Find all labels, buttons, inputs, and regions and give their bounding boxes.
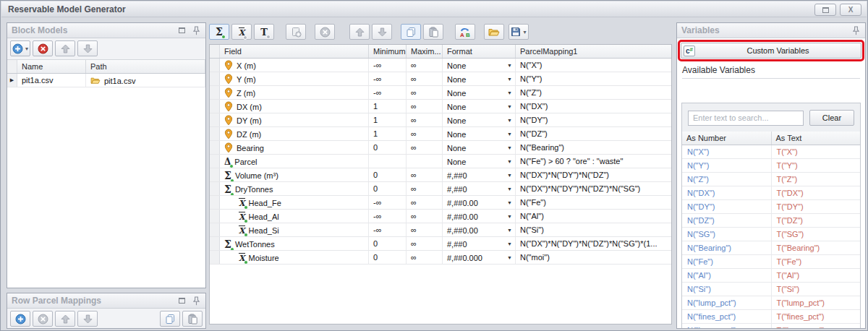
close-button[interactable]: X [840, 4, 861, 16]
arrow-up-button[interactable] [349, 24, 370, 40]
delete-gray-button[interactable] [33, 311, 53, 327]
cell-as-number[interactable]: N("Si") [682, 283, 772, 296]
cell-format-dropdown[interactable]: None▼ [443, 127, 516, 140]
column-header-format[interactable]: Format [443, 45, 516, 58]
cell-as-text[interactable]: T("SG") [772, 228, 861, 241]
arrow-down-button[interactable] [77, 311, 98, 327]
delete-red-button[interactable] [33, 40, 53, 56]
cell-as-text[interactable]: T("fines_pct") [772, 310, 861, 323]
variable-row[interactable]: N("X")T("X") [682, 145, 860, 159]
copy-button[interactable] [401, 24, 421, 40]
cell-as-number[interactable]: N("Y") [682, 159, 772, 172]
cell-as-number[interactable]: N("fines_pct") [682, 310, 772, 323]
cell-as-text[interactable]: T("Z") [772, 173, 861, 186]
column-header-path[interactable]: Path [86, 60, 205, 73]
clear-button[interactable]: Clear [809, 110, 854, 126]
custom-variables-button[interactable]: c# Custom Variables [681, 43, 861, 59]
cell-as-text[interactable]: T("Si") [772, 283, 861, 296]
field-row[interactable]: XHead_Al-∞∞#,##0.00▼N("Al") [210, 210, 671, 223]
variable-row[interactable]: N("DX")T("DX") [682, 186, 860, 200]
field-row[interactable]: ΣWetTonnes0∞#,##0▼N("DX")*N("DY")*N("DZ"… [210, 237, 671, 251]
variable-row[interactable]: N("Al")T("Al") [682, 269, 860, 283]
field-row[interactable]: ΣVolume (m³)0∞#,##0▼N("DX")*N("DY")*N("D… [210, 168, 671, 182]
duplicate-page-button[interactable] [286, 24, 306, 40]
cell-as-number[interactable]: N("DX") [682, 186, 772, 199]
variable-row[interactable]: N("Fe")T("Fe") [682, 255, 860, 269]
cell-as-text[interactable]: T("Fe") [772, 255, 861, 268]
cell-as-text[interactable]: T("Y") [772, 159, 861, 172]
cell-as-text[interactable]: T("DX") [772, 186, 861, 199]
table-row[interactable]: ▶pit1a.csvpit1a.csv [7, 74, 205, 87]
add-circle-button[interactable] [10, 311, 30, 327]
cell-format-dropdown[interactable]: #,##0.00▼ [443, 196, 516, 209]
cell-as-text[interactable]: T("DZ") [772, 214, 861, 227]
delete-gray-button[interactable] [315, 24, 335, 40]
add-sigma-button[interactable]: Σ [209, 24, 229, 40]
variable-row[interactable]: N("SG")T("SG") [682, 228, 860, 241]
add-circle-button[interactable]: ▾ [10, 40, 30, 56]
open-folder-button[interactable] [484, 24, 504, 40]
column-header-minimum[interactable]: Minimum [369, 45, 407, 58]
paste-button[interactable] [182, 311, 203, 327]
cell-format-dropdown[interactable]: None▼ [443, 59, 516, 72]
cell-format-dropdown[interactable]: None▼ [443, 72, 516, 85]
search-input[interactable] [688, 111, 804, 126]
field-row[interactable]: X (m)-∞∞None▼N("X") [210, 59, 671, 72]
column-header-as-text[interactable]: As Text [772, 132, 861, 145]
cell-as-number[interactable]: N("X") [682, 145, 772, 158]
cell-as-number[interactable]: N("DY") [682, 200, 772, 213]
variable-row[interactable]: N("Z")T("Z") [682, 173, 860, 186]
cell-format-dropdown[interactable]: None▼ [443, 86, 516, 99]
column-header-as-number[interactable]: As Number [682, 132, 772, 145]
cell-as-number[interactable]: N("Fe") [682, 255, 772, 268]
cell-as-text[interactable]: T("X") [772, 145, 861, 158]
variable-row[interactable]: N("Y")T("Y") [682, 159, 860, 173]
variable-row[interactable]: N("Si")T("Si") [682, 283, 860, 296]
arrow-down-button[interactable] [372, 24, 392, 40]
pin-icon[interactable] [851, 25, 861, 35]
rename-ab-button[interactable]: AB [455, 24, 475, 40]
cell-format-dropdown[interactable]: #,##0.00▼ [443, 223, 516, 236]
cell-as-text[interactable]: T("lump_rec") [772, 324, 861, 329]
cell-format-dropdown[interactable]: None▼ [443, 113, 516, 126]
paste-button[interactable] [423, 24, 443, 40]
cell-as-number[interactable]: N("Al") [682, 269, 772, 282]
field-row[interactable]: ΔParcelNone▼N("Fe") > 60 ? "ore" : "wast… [210, 155, 671, 168]
cell-format-dropdown[interactable]: None▼ [443, 155, 516, 168]
column-header-name[interactable]: Name [17, 60, 86, 73]
cell-as-number[interactable]: N("SG") [682, 228, 772, 241]
field-row[interactable]: Z (m)-∞∞None▼N("Z") [210, 86, 671, 100]
cell-as-text[interactable]: T("Bearing") [772, 241, 861, 254]
cell-as-text[interactable]: T("Al") [772, 269, 861, 282]
field-row[interactable]: Y (m)-∞∞None▼N("Y") [210, 72, 671, 86]
cell-format-dropdown[interactable]: #,##0.000▼ [443, 251, 516, 264]
maximize-panel-icon[interactable] [176, 25, 187, 35]
pin-icon[interactable] [191, 25, 201, 35]
field-row[interactable]: ΣDryTonnes0∞#,##0▼N("DX")*N("DY")*N("DZ"… [210, 182, 671, 196]
copy-button[interactable] [160, 311, 180, 327]
cell-as-number[interactable]: N("Bearing") [682, 241, 772, 254]
variable-row[interactable]: N("lump_rec")T("lump_rec") [682, 324, 860, 329]
variable-row[interactable]: N("DZ")T("DZ") [682, 214, 860, 228]
cell-format-dropdown[interactable]: None▼ [443, 100, 516, 113]
field-row[interactable]: Bearing0∞None▼N("Bearing") [210, 141, 671, 155]
pin-icon[interactable] [191, 296, 201, 306]
cell-as-number[interactable]: N("lump_rec") [682, 324, 772, 329]
arrow-up-button[interactable] [55, 311, 75, 327]
cell-format-dropdown[interactable]: None▼ [443, 141, 516, 154]
variable-row[interactable]: N("lump_pct")T("lump_pct") [682, 296, 860, 310]
variable-row[interactable]: N("DY")T("DY") [682, 200, 860, 214]
field-row[interactable]: DZ (m)1∞None▼N("DZ") [210, 127, 671, 141]
column-header-parcelmapping1[interactable]: ParcelMapping1 [516, 45, 671, 58]
save-button[interactable]: ▾ [509, 24, 529, 40]
cell-as-number[interactable]: N("lump_pct") [682, 296, 772, 309]
arrow-up-button[interactable] [55, 40, 75, 56]
maximize-panel-icon[interactable] [176, 296, 187, 306]
field-row[interactable]: DX (m)1∞None▼N("DX") [210, 100, 671, 113]
field-row[interactable]: XMoisture0∞#,##0.000▼N("moi") [210, 251, 671, 265]
arrow-down-button[interactable] [77, 40, 98, 56]
cell-format-dropdown[interactable]: #,##0▼ [443, 237, 516, 250]
field-row[interactable]: XHead_Si-∞∞#,##0.00▼N("Si") [210, 223, 671, 237]
variable-row[interactable]: N("fines_pct")T("fines_pct") [682, 310, 860, 324]
cell-as-text[interactable]: T("DY") [772, 200, 861, 213]
